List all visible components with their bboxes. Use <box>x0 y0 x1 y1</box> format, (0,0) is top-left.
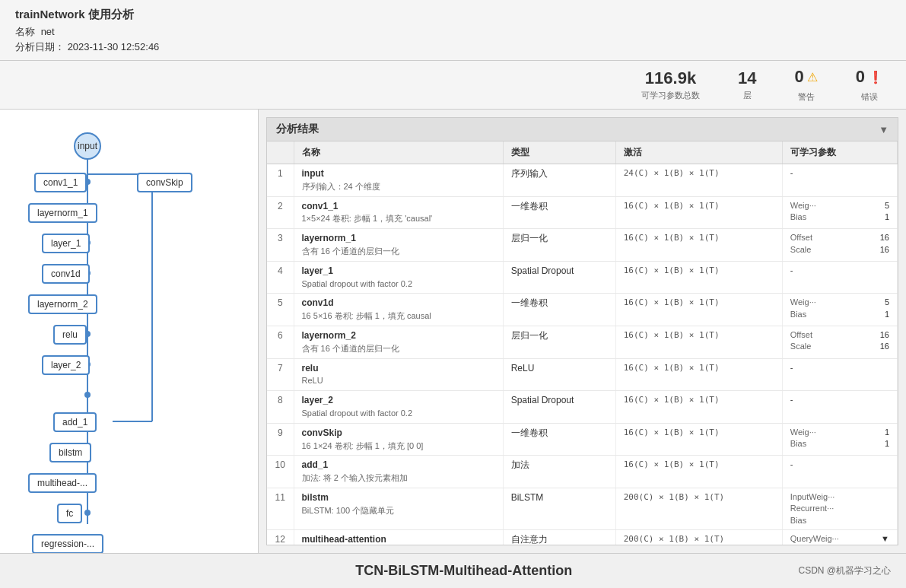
cell-params: - <box>782 261 897 294</box>
stat-params: 116.9k 可学习参数总数 <box>641 68 700 101</box>
col-name: 名称 <box>294 141 503 164</box>
cell-params: - <box>782 391 897 424</box>
node-fc[interactable]: fc <box>57 504 82 523</box>
network-graph: input conv1_1 convSkip layernorm_1 layer… <box>11 121 246 542</box>
cell-activation: 16(C) × 1(B) × 1(T) <box>615 261 782 294</box>
main-container: trainNetwork 使用分析 名称 net 分析日期： 2023-11-3… <box>0 0 906 588</box>
node-conv1-1-label: conv1_1 <box>43 177 78 188</box>
cell-activation: 24(C) × 1(B) × 1(T) <box>615 164 782 197</box>
table-row: 5conv1d16 5×16 卷积: 步幅 1，填充 causal一维卷积16(… <box>267 294 898 326</box>
cell-activation: 16(C) × 1(B) × 1(T) <box>615 294 782 326</box>
cell-activation: 16(C) × 1(B) × 1(T) <box>615 326 782 358</box>
node-regression-label: regression-... <box>41 539 94 549</box>
results-table-container[interactable]: 名称 类型 激活 可学习参数 1input序列输入：24 个维度序列输入24(C… <box>266 141 898 545</box>
node-fc-label: fc <box>66 508 73 519</box>
content-area: input conv1_1 convSkip layernorm_1 layer… <box>0 110 906 553</box>
panel-expand-icon[interactable]: ▼ <box>879 124 889 135</box>
cell-params: InputWeig···Recurrent···Bias <box>782 488 897 529</box>
cell-activation: 200(C) × 1(B) × 1(T) <box>615 488 782 529</box>
cell-type: Spatial Dropout <box>503 391 615 424</box>
node-layer-2[interactable]: layer_2 <box>42 355 90 375</box>
stat-layers: 14 层 <box>738 68 756 101</box>
layers-label: 层 <box>743 90 752 101</box>
cell-name: layernorm_2含有 16 个通道的层归一化 <box>294 326 503 358</box>
cell-name: layernorm_1含有 16 个通道的层归一化 <box>294 229 503 262</box>
footer: TCN-BiLSTM-Multihead-Attention CSDN @机器学… <box>0 553 906 588</box>
node-conv1d[interactable]: conv1d <box>42 264 90 284</box>
node-add-1-label: add_1 <box>62 417 87 427</box>
node-bilstm[interactable]: bilstm <box>49 443 91 462</box>
cell-name: layer_2Spatial dropout with factor 0.2 <box>294 391 503 424</box>
analysis-date: 分析日期： 2023-11-30 12:52:46 <box>15 40 891 54</box>
col-params: 可学习参数 <box>782 141 897 164</box>
cell-index: 9 <box>267 423 294 456</box>
table-row: 12multihead-attention自注意力200(C) × 1(B) ×… <box>267 530 898 545</box>
cell-name: conv1_11×5×24 卷积: 步幅 1，填充 'causal' <box>294 196 503 229</box>
cell-type: 自注意力 <box>503 530 615 545</box>
panel-title: 分析结果 <box>276 122 319 136</box>
node-layer-1-label: layer_1 <box>51 238 81 249</box>
cell-index: 8 <box>267 391 294 424</box>
cell-params: Weig···1Bias1 <box>782 423 897 456</box>
stat-warnings: 0 ⚠ 警告 <box>795 67 818 103</box>
errors-label: 错误 <box>861 91 878 103</box>
cell-name: add_1加法: 将 2 个输入按元素相加 <box>294 456 503 488</box>
node-relu[interactable]: relu <box>53 325 87 345</box>
results-table: 名称 类型 激活 可学习参数 1input序列输入：24 个维度序列输入24(C… <box>267 141 898 545</box>
date-label: 分析日期： <box>15 41 65 52</box>
footer-brand: CSDN @机器学习之心 <box>798 564 891 577</box>
table-row: 1input序列输入：24 个维度序列输入24(C) × 1(B) × 1(T)… <box>267 164 898 197</box>
node-add-1[interactable]: add_1 <box>53 412 97 432</box>
node-layer-1[interactable]: layer_1 <box>42 234 90 253</box>
cell-params: Offset16Scale16 <box>782 229 897 262</box>
node-conv1-1[interactable]: conv1_1 <box>34 173 87 192</box>
table-header-row: 名称 类型 激活 可学习参数 <box>267 141 898 164</box>
cell-activation: 200(C) × 1(B) × 1(T) <box>615 530 782 545</box>
col-index <box>267 141 294 164</box>
node-conv1d-label: conv1d <box>51 269 81 279</box>
cell-index: 4 <box>267 261 294 294</box>
node-layernorm-2[interactable]: layernorm_2 <box>28 294 97 314</box>
table-row: 3layernorm_1含有 16 个通道的层归一化层归一化16(C) × 1(… <box>267 229 898 262</box>
table-row: 4layer_1Spatial dropout with factor 0.2S… <box>267 261 898 294</box>
cell-params: QueryWeig···▼ <box>782 530 897 545</box>
node-layernorm-1-label: layernorm_1 <box>37 208 88 218</box>
cell-index: 11 <box>267 488 294 529</box>
cell-name: multihead-attention <box>294 530 503 545</box>
col-type: 类型 <box>503 141 615 164</box>
layers-value: 14 <box>738 68 756 88</box>
analysis-results-panel: 分析结果 ▼ 名称 类型 激活 可学习参数 1input <box>259 110 906 553</box>
node-layernorm-1[interactable]: layernorm_1 <box>28 203 97 223</box>
warning-icon: ⚠ <box>807 70 818 84</box>
cell-name: bilstmBiLSTM: 100 个隐藏单元 <box>294 488 503 529</box>
cell-params: - <box>782 358 897 391</box>
col-activation: 激活 <box>615 141 782 164</box>
node-multihead[interactable]: multihead-... <box>28 473 97 493</box>
stats-bar: 116.9k 可学习参数总数 14 层 0 ⚠ 警告 0 ❗ 错误 <box>0 61 906 110</box>
cell-index: 1 <box>267 164 294 197</box>
name-label: 名称 <box>15 26 35 37</box>
node-input[interactable]: input <box>74 132 101 160</box>
node-convskip[interactable]: convSkip <box>137 173 192 192</box>
table-row: 7reluReLUReLU16(C) × 1(B) × 1(T)- <box>267 358 898 391</box>
node-bilstm-label: bilstm <box>59 447 82 458</box>
cell-name: conv1d16 5×16 卷积: 步幅 1，填充 causal <box>294 294 503 326</box>
cell-index: 10 <box>267 456 294 488</box>
cell-activation: 16(C) × 1(B) × 1(T) <box>615 391 782 424</box>
svg-point-11 <box>84 392 91 398</box>
node-convskip-label: convSkip <box>146 177 183 188</box>
table-row: 6layernorm_2含有 16 个通道的层归一化层归一化16(C) × 1(… <box>267 326 898 358</box>
net-name: 名称 net <box>15 25 891 39</box>
cell-params: Offset16Scale16 <box>782 326 897 358</box>
warnings-label: 警告 <box>798 91 815 103</box>
cell-params: Weig···5Bias1 <box>782 294 897 326</box>
cell-index: 3 <box>267 229 294 262</box>
svg-point-15 <box>84 510 91 516</box>
cell-name: layer_1Spatial dropout with factor 0.2 <box>294 261 503 294</box>
node-regression[interactable]: regression-... <box>32 534 103 553</box>
table-row: 10add_1加法: 将 2 个输入按元素相加加法16(C) × 1(B) × … <box>267 456 898 488</box>
cell-type: BiLSTM <box>503 488 615 529</box>
cell-type: ReLU <box>503 358 615 391</box>
node-layer-2-label: layer_2 <box>51 360 81 370</box>
params-value: 116.9k <box>645 68 696 88</box>
